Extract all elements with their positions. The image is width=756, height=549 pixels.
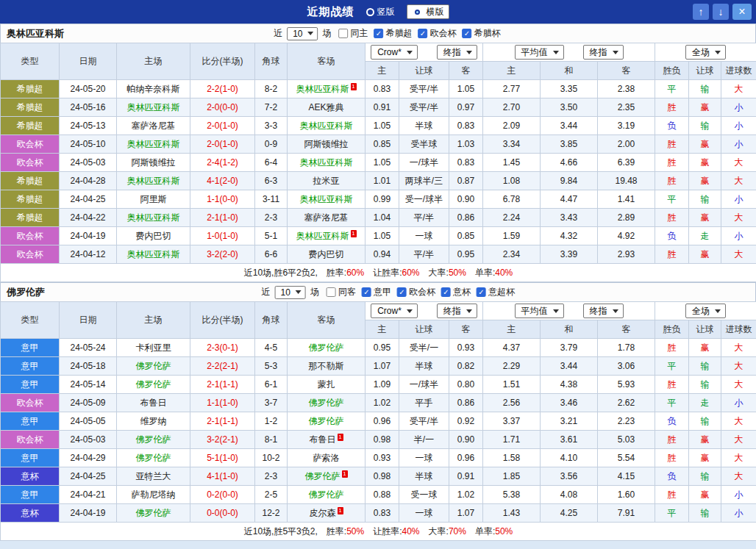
home-team[interactable]: 佛罗伦萨	[117, 504, 190, 523]
filter-checkbox[interactable]: 欧会杯	[418, 27, 457, 40]
avg-final-select[interactable]: 终指	[583, 45, 624, 60]
home-team[interactable]: 费内巴切	[117, 227, 190, 245]
match-score[interactable]: 4-1(2-0)	[190, 172, 255, 190]
match-score[interactable]: 5-1(1-0)	[190, 449, 255, 467]
league-badge[interactable]: 意甲	[1, 376, 60, 394]
match-score[interactable]: 2-0(0-0)	[190, 98, 255, 117]
away-team[interactable]: 塞萨洛尼基	[288, 209, 365, 227]
filter-checkbox[interactable]: 欧会杯	[397, 286, 435, 298]
league-badge[interactable]: 意甲	[1, 486, 60, 504]
recent-count-select[interactable]: 10	[275, 286, 306, 299]
away-team[interactable]: 阿斯顿维拉	[288, 135, 365, 154]
league-badge[interactable]: 意杯	[1, 504, 60, 523]
match-score[interactable]: 2-1(1-0)	[190, 209, 255, 227]
odds-source-select[interactable]: Crow*	[371, 45, 418, 60]
home-team[interactable]: 帕纳辛奈科斯	[117, 80, 190, 98]
move-up-button[interactable]: ↑	[693, 4, 709, 20]
close-button[interactable]: ×	[732, 4, 752, 20]
away-team[interactable]: 佛罗伦萨	[288, 394, 365, 412]
filter-checkbox[interactable]: 希腊超	[374, 27, 413, 40]
home-team[interactable]: 奥林匹亚科斯	[117, 209, 190, 227]
away-team[interactable]: 那不勒斯	[288, 357, 365, 376]
match-score[interactable]: 2-4(1-2)	[190, 154, 255, 172]
scope-select[interactable]: 全场	[685, 45, 726, 60]
league-badge[interactable]: 意甲	[1, 412, 60, 431]
league-badge[interactable]: 希腊超	[1, 209, 60, 227]
away-team[interactable]: 皮尔森1	[288, 504, 365, 523]
home-team[interactable]: 阿斯顿维拉	[117, 154, 190, 172]
filter-checkbox[interactable]: 意杯	[441, 286, 471, 298]
layout-radio[interactable]: 横版	[407, 4, 449, 19]
home-team[interactable]: 布鲁日	[117, 394, 190, 412]
league-badge[interactable]: 欧会杯	[1, 245, 60, 264]
filter-checkbox[interactable]: 希腊杯	[463, 27, 501, 40]
league-badge[interactable]: 希腊超	[1, 172, 60, 190]
match-score[interactable]: 2-0(1-0)	[190, 117, 255, 135]
filter-checkbox[interactable]: 意甲	[362, 286, 391, 298]
match-score[interactable]: 2-2(2-1)	[190, 357, 255, 376]
match-score[interactable]: 4-1(1-0)	[190, 467, 255, 486]
away-team[interactable]: AEK雅典	[288, 98, 365, 117]
home-team[interactable]: 奥林匹亚科斯	[117, 135, 190, 154]
home-team[interactable]: 亚特兰大	[117, 467, 190, 486]
away-team[interactable]: 奥林匹亚科斯	[288, 190, 365, 209]
match-score[interactable]: 2-2(1-0)	[190, 80, 255, 98]
odds-source-select[interactable]: Crow*	[371, 304, 418, 318]
match-score[interactable]: 3-2(2-0)	[190, 245, 255, 264]
avg-odds-select[interactable]: 平均值	[515, 304, 564, 318]
away-team[interactable]: 费内巴切	[288, 245, 365, 264]
filter-checkbox[interactable]: 同客	[327, 286, 356, 298]
home-team[interactable]: 阿里斯	[117, 190, 190, 209]
home-team[interactable]: 奥林匹亚科斯	[117, 245, 190, 264]
league-badge[interactable]: 希腊超	[1, 80, 60, 98]
league-badge[interactable]: 希腊超	[1, 190, 60, 209]
avg-final-select[interactable]: 终指	[583, 304, 624, 318]
away-team[interactable]: 奥林匹亚科斯	[288, 154, 365, 172]
home-team[interactable]: 佛罗伦萨	[117, 449, 190, 467]
avg-odds-select[interactable]: 平均值	[515, 45, 564, 60]
home-team[interactable]: 佛罗伦萨	[117, 376, 190, 394]
league-badge[interactable]: 希腊超	[1, 117, 60, 135]
home-team[interactable]: 塞萨洛尼基	[117, 117, 190, 135]
move-down-button[interactable]: ↓	[713, 4, 729, 20]
league-badge[interactable]: 欧会杯	[1, 431, 60, 449]
home-team[interactable]: 奥林匹亚科斯	[117, 98, 190, 117]
odds-final-select[interactable]: 终指	[437, 304, 477, 318]
match-score[interactable]: 1-1(1-0)	[190, 394, 255, 412]
recent-count-select[interactable]: 10	[287, 27, 318, 40]
home-team[interactable]: 维罗纳	[117, 412, 190, 431]
league-badge[interactable]: 欧会杯	[1, 394, 60, 412]
match-score[interactable]: 1-0(1-0)	[190, 227, 255, 245]
home-team[interactable]: 奥林匹亚科斯	[117, 172, 190, 190]
away-team[interactable]: 奥林匹亚科斯	[288, 117, 365, 135]
match-score[interactable]: 2-1(1-1)	[190, 412, 255, 431]
away-team[interactable]: 佛罗伦萨	[288, 339, 365, 357]
filter-checkbox[interactable]: 同主	[339, 27, 368, 40]
match-score[interactable]: 0-2(0-0)	[190, 486, 255, 504]
match-score[interactable]: 2-3(0-1)	[190, 339, 255, 357]
league-badge[interactable]: 意甲	[1, 339, 60, 357]
match-score[interactable]: 1-1(0-0)	[190, 190, 255, 209]
away-team[interactable]: 萨索洛	[288, 449, 365, 467]
league-badge[interactable]: 欧会杯	[1, 227, 60, 245]
away-team[interactable]: 佛罗伦萨1	[288, 467, 365, 486]
league-badge[interactable]: 意杯	[1, 467, 60, 486]
away-team[interactable]: 蒙扎	[288, 376, 365, 394]
away-team[interactable]: 奥林匹亚科斯1	[288, 227, 365, 245]
away-team[interactable]: 布鲁日1	[288, 431, 365, 449]
league-badge[interactable]: 意甲	[1, 357, 60, 376]
home-team[interactable]: 佛罗伦萨	[117, 357, 190, 376]
away-team[interactable]: 奥林匹亚科斯1	[288, 80, 365, 98]
layout-radio[interactable]: 竖版	[366, 6, 395, 18]
match-score[interactable]: 2-0(1-0)	[190, 135, 255, 154]
home-team[interactable]: 萨勒尼塔纳	[117, 486, 190, 504]
filter-checkbox[interactable]: 意超杯	[477, 286, 515, 298]
home-team[interactable]: 佛罗伦萨	[117, 431, 190, 449]
match-score[interactable]: 2-1(1-1)	[190, 376, 255, 394]
scope-select[interactable]: 全场	[685, 304, 726, 318]
league-badge[interactable]: 欧会杯	[1, 135, 60, 154]
league-badge[interactable]: 欧会杯	[1, 154, 60, 172]
match-score[interactable]: 0-0(0-0)	[190, 504, 255, 523]
home-team[interactable]: 卡利亚里	[117, 339, 190, 357]
away-team[interactable]: 佛罗伦萨	[288, 486, 365, 504]
